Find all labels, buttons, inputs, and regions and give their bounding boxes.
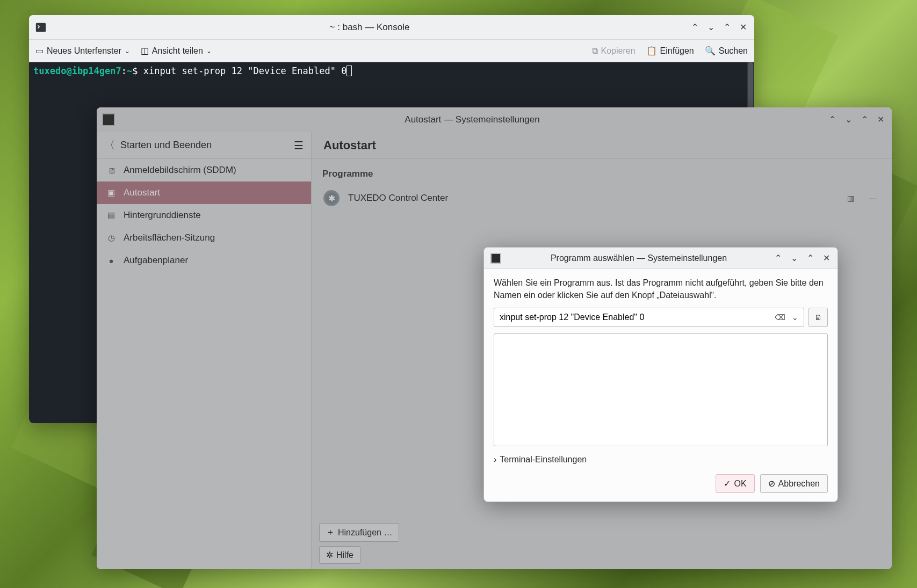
close-icon[interactable]: ✕ (819, 251, 833, 265)
program-icon: ✱ (323, 190, 340, 206)
keep-above-icon[interactable]: ⌃ (771, 251, 785, 265)
keep-above-icon[interactable]: ⌃ (688, 20, 702, 34)
svg-rect-0 (36, 23, 46, 32)
program-input[interactable] (494, 313, 774, 322)
copy-icon: ⧉ (592, 46, 598, 56)
paste-button[interactable]: 📋 Einfügen (646, 46, 694, 56)
close-icon[interactable]: ✕ (873, 113, 887, 127)
prompt-user-host: tuxedo@ibp14gen7 (33, 66, 121, 76)
prompt-path: ~ (127, 66, 132, 76)
minimize-icon[interactable]: ⌄ (704, 20, 718, 34)
close-icon[interactable]: ✕ (736, 20, 750, 34)
split-icon: ◫ (141, 46, 149, 56)
breadcrumb: 〈 Starten und Beenden ☰ (97, 132, 311, 159)
split-view-button[interactable]: ◫ Ansicht teilen ⌄ (141, 46, 212, 56)
settings-sidebar: 〈 Starten und Beenden ☰ 🖥Anmeldebildschi… (97, 132, 312, 569)
back-icon[interactable]: 〈 (104, 138, 115, 153)
maximize-icon[interactable]: ⌃ (803, 251, 817, 265)
sidebar-list: 🖥Anmeldebildschirm (SDDM) ▣Autostart ▤Hi… (97, 159, 311, 569)
help-icon: ✲ (326, 550, 333, 560)
add-button[interactable]: ＋Hinzufügen … (319, 523, 399, 542)
copy-button: ⧉ Kopieren (592, 46, 636, 56)
sidebar-item-session[interactable]: ◷Arbeitsflächen-Sitzung (97, 227, 311, 249)
services-icon: ▤ (106, 210, 116, 220)
maximize-icon[interactable]: ⌃ (720, 20, 734, 34)
dialog-title: Programm auswählen — Systemeinstellungen (508, 253, 770, 263)
konsole-toolbar: ▭ Neues Unterfenster ⌄ ◫ Ansicht teilen … (29, 40, 754, 62)
chevron-down-icon: ⌄ (125, 47, 130, 55)
breadcrumb-label[interactable]: Starten und Beenden (120, 140, 212, 151)
dialog-titlebar[interactable]: Programm auswählen — Systemeinstellungen… (484, 248, 837, 269)
new-tab-icon: ▭ (35, 46, 44, 56)
select-program-dialog: Programm auswählen — Systemeinstellungen… (483, 247, 838, 502)
sidebar-item-scheduler[interactable]: ●Aufgabenplaner (97, 249, 311, 272)
paste-icon: 📋 (646, 46, 657, 56)
monitor-icon: 🖥 (106, 165, 116, 175)
cancel-button[interactable]: ⊘Abbrechen (760, 474, 828, 493)
search-icon: 🔍 (705, 46, 716, 56)
terminal-settings-expander[interactable]: › Terminal-Einstellungen (494, 455, 828, 464)
minimize-icon[interactable]: ⌄ (787, 251, 801, 265)
help-button[interactable]: ✲Hilfe (319, 546, 360, 564)
check-icon: ✓ (724, 478, 731, 489)
program-row[interactable]: ✱ TUXEDO Control Center ▥ — (322, 187, 881, 209)
settings-app-icon (97, 113, 120, 126)
dot-icon: ● (106, 256, 116, 265)
konsole-titlebar[interactable]: ~ : bash — Konsole ⌃ ⌄ ⌃ ✕ (29, 15, 754, 40)
maximize-icon[interactable]: ⌃ (857, 113, 871, 127)
search-button[interactable]: 🔍 Suchen (705, 46, 748, 56)
chevron-down-icon[interactable]: ⌄ (789, 311, 802, 324)
play-box-icon: ▣ (106, 188, 116, 198)
settings-titlebar[interactable]: Autostart — Systemeinstellungen ⌃ ⌄ ⌃ ✕ (97, 107, 892, 132)
remove-icon[interactable]: — (866, 191, 880, 205)
keep-above-icon[interactable]: ⌃ (825, 113, 839, 127)
prompt-command: xinput set-prop 12 "Device Enabled" 0 (143, 66, 347, 76)
plus-icon: ＋ (326, 527, 335, 538)
page-title: Autostart (312, 132, 892, 159)
settings-title: Autostart — Systemeinstellungen (120, 114, 824, 125)
dialog-app-icon (484, 253, 508, 264)
sidebar-item-autostart[interactable]: ▣Autostart (97, 182, 311, 204)
folder-icon: 🗎 (814, 313, 822, 322)
terminal-cursor (346, 66, 352, 76)
sidebar-item-sddm[interactable]: 🖥Anmeldebildschirm (SDDM) (97, 159, 311, 182)
terminal-icon (35, 21, 47, 33)
konsole-title: ~ : bash — Konsole (53, 22, 687, 33)
cancel-icon: ⊘ (768, 478, 775, 489)
file-browse-button[interactable]: 🗎 (808, 308, 828, 327)
section-programs: Programme (322, 169, 881, 179)
properties-icon[interactable]: ▥ (843, 191, 857, 205)
clock-icon: ◷ (106, 233, 116, 243)
chevron-down-icon: ⌄ (206, 47, 212, 55)
program-name: TUXEDO Control Center (348, 193, 835, 204)
sidebar-item-services[interactable]: ▤Hintergrunddienste (97, 204, 311, 227)
chevron-right-icon: › (494, 455, 496, 464)
ok-button[interactable]: ✓OK (716, 474, 754, 493)
program-input-wrap: ⌫ ⌄ (494, 308, 804, 327)
clear-icon[interactable]: ⌫ (774, 311, 786, 324)
program-listbox[interactable] (494, 333, 828, 446)
hamburger-icon[interactable]: ☰ (294, 139, 304, 152)
new-tab-button[interactable]: ▭ Neues Unterfenster ⌄ (35, 46, 130, 56)
dialog-instruction: Wählen Sie ein Programm aus. Ist das Pro… (494, 277, 828, 301)
minimize-icon[interactable]: ⌄ (841, 113, 855, 127)
konsole-app-icon (29, 21, 53, 33)
